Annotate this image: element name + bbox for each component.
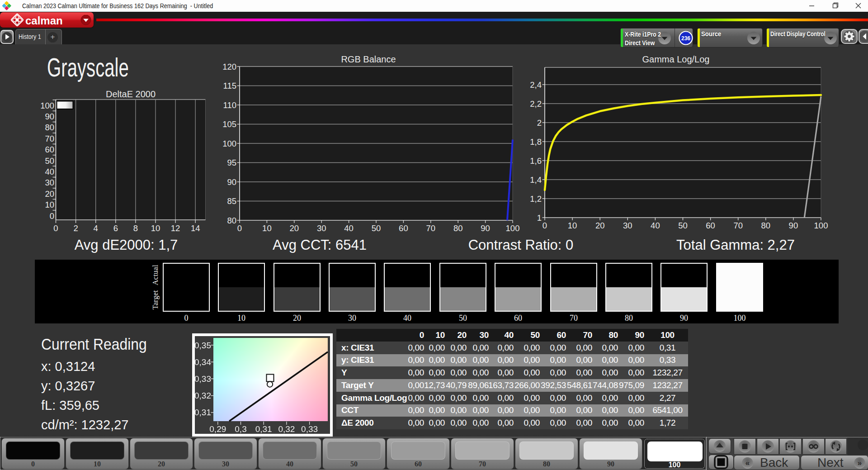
svg-text:40: 40: [651, 221, 660, 230]
svg-text:100: 100: [814, 221, 828, 230]
svg-text:236: 236: [681, 35, 690, 42]
svg-text:20: 20: [595, 221, 605, 230]
svg-text:12: 12: [171, 223, 180, 233]
svg-text:115: 115: [223, 81, 237, 90]
svg-text:80: 80: [227, 216, 236, 225]
svg-text:2,2: 2,2: [530, 99, 542, 109]
svg-text:1,6: 1,6: [530, 156, 542, 166]
svg-text:80: 80: [761, 221, 771, 230]
svg-text:1,2: 1,2: [530, 194, 542, 204]
svg-text:0: 0: [53, 223, 58, 233]
svg-text:0,31: 0,31: [195, 408, 211, 417]
svg-text:90: 90: [481, 223, 490, 233]
svg-text:2,4: 2,4: [530, 80, 542, 90]
svg-text:0,35: 0,35: [195, 341, 211, 350]
svg-text:0: 0: [50, 211, 54, 221]
svg-text:8: 8: [133, 223, 138, 233]
svg-text:0,3: 0,3: [235, 424, 246, 434]
svg-text:0,32: 0,32: [195, 391, 211, 400]
svg-text:10: 10: [151, 223, 160, 233]
svg-text:14: 14: [191, 223, 200, 233]
svg-text:120: 120: [222, 62, 236, 71]
svg-text:85: 85: [227, 196, 236, 206]
svg-text:10: 10: [262, 223, 272, 233]
svg-text:95: 95: [227, 158, 236, 167]
svg-text:30: 30: [317, 223, 326, 233]
svg-text:90: 90: [227, 177, 236, 187]
svg-text:0,34: 0,34: [195, 357, 211, 367]
svg-text:2: 2: [537, 118, 542, 128]
svg-text:0: 0: [237, 223, 242, 233]
svg-text:1: 1: [537, 213, 542, 223]
svg-text:80: 80: [453, 223, 463, 233]
svg-text:60: 60: [706, 221, 715, 230]
svg-text:10: 10: [568, 221, 577, 230]
svg-text:100: 100: [506, 223, 520, 233]
svg-text:70: 70: [45, 134, 54, 143]
svg-text:4: 4: [94, 223, 98, 233]
svg-text:30: 30: [45, 178, 54, 187]
svg-text:50: 50: [45, 156, 54, 166]
svg-text:20: 20: [45, 189, 54, 199]
svg-text:6: 6: [113, 223, 118, 233]
svg-text:60: 60: [45, 145, 54, 154]
svg-text:100: 100: [40, 101, 54, 110]
svg-text:40: 40: [45, 167, 54, 176]
svg-text:0,33: 0,33: [195, 374, 211, 384]
svg-text:105: 105: [222, 119, 236, 129]
svg-text:Gamma Log/Log: Gamma Log/Log: [642, 54, 710, 64]
svg-text:40: 40: [344, 223, 354, 233]
svg-text:100: 100: [222, 139, 236, 148]
svg-text:50: 50: [678, 221, 688, 230]
svg-text:80: 80: [45, 123, 54, 132]
svg-text:RGB Balance: RGB Balance: [341, 54, 396, 64]
svg-text:70: 70: [733, 221, 743, 230]
svg-text:20: 20: [290, 223, 299, 233]
svg-text:0,29: 0,29: [209, 424, 226, 434]
svg-text:»: »: [858, 459, 862, 467]
svg-text:1,4: 1,4: [530, 175, 542, 185]
svg-text:50: 50: [372, 223, 381, 233]
svg-text:70: 70: [426, 223, 436, 233]
svg-text:0,33: 0,33: [301, 424, 318, 434]
svg-text:2: 2: [73, 223, 78, 233]
svg-text:1,8: 1,8: [530, 137, 542, 147]
svg-text:DeltaE 2000: DeltaE 2000: [106, 89, 156, 99]
svg-text:30: 30: [623, 221, 632, 230]
svg-text:90: 90: [789, 221, 798, 230]
svg-text:90: 90: [45, 112, 54, 121]
svg-text:110: 110: [223, 100, 237, 110]
svg-text:60: 60: [399, 223, 408, 233]
svg-text:10: 10: [45, 200, 54, 209]
svg-text:0,32: 0,32: [278, 424, 295, 434]
svg-text:0,31: 0,31: [255, 424, 272, 434]
svg-text:«: «: [745, 459, 750, 467]
svg-text:0: 0: [542, 221, 547, 230]
